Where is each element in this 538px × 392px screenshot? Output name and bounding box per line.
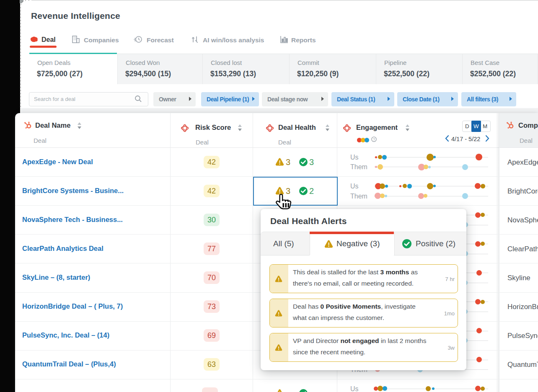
svg-text:?: ? <box>373 137 375 142</box>
